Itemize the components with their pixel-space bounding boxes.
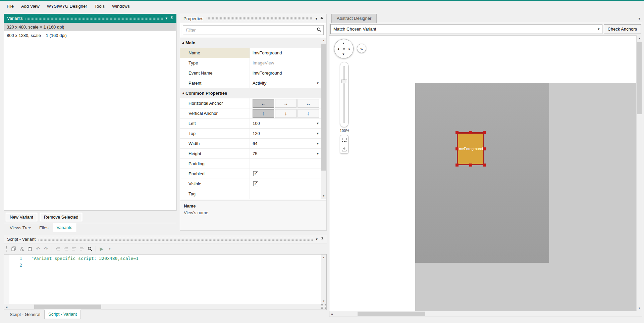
uncomment-icon[interactable] xyxy=(78,245,86,253)
indent-icon[interactable] xyxy=(62,245,70,253)
resize-handle-top-right[interactable] xyxy=(483,131,486,134)
resize-handle-bottom-right[interactable] xyxy=(483,164,486,167)
pin-icon[interactable] xyxy=(320,16,324,21)
pin-icon[interactable] xyxy=(170,16,174,20)
anchor-both-horizontal-button[interactable]: ↔ xyxy=(298,99,319,108)
menu-add-view[interactable]: Add View xyxy=(17,2,43,10)
tab-variants[interactable]: Variants xyxy=(53,223,76,232)
chevron-down-icon[interactable]: ▾ xyxy=(317,121,319,126)
scrollbar-thumb[interactable] xyxy=(321,44,326,171)
resize-handle-middle-right[interactable] xyxy=(483,147,486,150)
redo-icon[interactable]: ↷ xyxy=(42,245,50,253)
outdent-icon[interactable] xyxy=(54,245,62,253)
variant-item[interactable]: 800 x 1280, scale = 1 (160 dpi) xyxy=(4,31,176,40)
comment-icon[interactable] xyxy=(70,245,78,253)
chevron-down-icon[interactable]: ▾ xyxy=(316,237,318,241)
scroll-down-icon[interactable]: ▾ xyxy=(321,193,326,199)
tab-abstract-designer[interactable]: Abstract Designer xyxy=(331,14,377,23)
pin-icon[interactable] xyxy=(320,237,324,241)
new-variant-button[interactable]: New Variant xyxy=(6,213,37,221)
collapse-tools-button[interactable]: « xyxy=(357,44,366,53)
anchor-right-button[interactable]: → xyxy=(275,99,297,108)
property-value-field[interactable]: imvForeground xyxy=(250,48,321,58)
tab-files[interactable]: Files xyxy=(35,223,52,232)
chevron-down-icon[interactable]: ▾ xyxy=(317,81,319,85)
chevron-down-icon[interactable]: ▾ xyxy=(638,16,640,21)
designer-canvas[interactable]: imvForeground ▴ ▾ ◂ ▸ xyxy=(329,35,636,311)
scrollbar-thumb[interactable] xyxy=(637,42,642,114)
pan-right-icon[interactable]: ▸ xyxy=(348,47,351,51)
chevron-down-icon[interactable]: ▾ xyxy=(317,151,319,156)
search-icon[interactable] xyxy=(317,27,322,32)
scroll-right-icon[interactable]: ▸ xyxy=(4,304,9,310)
expander-icon[interactable]: ◢ xyxy=(180,92,185,95)
resize-handle-bottom-left[interactable] xyxy=(455,164,459,167)
anchor-left-button[interactable]: ← xyxy=(253,99,274,108)
remove-selected-button[interactable]: Remove Selected xyxy=(40,213,83,221)
export-view-button[interactable] xyxy=(340,145,348,153)
scrollbar-thumb[interactable] xyxy=(358,312,425,316)
tab-script-variant[interactable]: Script - Variant xyxy=(44,310,81,319)
anchor-both-vertical-button[interactable]: ↕ xyxy=(298,109,319,118)
search-icon[interactable] xyxy=(86,245,94,253)
variant-item[interactable]: 320 x 480, scale = 1 (160 dpi) xyxy=(4,23,176,31)
menu-file[interactable]: File xyxy=(3,2,17,10)
variant-selector-combo[interactable]: Match Chosen Variant ▾ xyxy=(330,24,602,34)
scroll-up-icon[interactable]: ▴ xyxy=(637,35,642,41)
pan-center-dot[interactable] xyxy=(343,48,345,50)
scroll-right-icon[interactable]: ▸ xyxy=(329,311,335,317)
anchor-top-button[interactable]: ↑ xyxy=(253,109,274,118)
scroll-up-icon[interactable]: ▴ xyxy=(321,255,326,260)
menu-windows[interactable]: Windows xyxy=(108,2,133,10)
anchor-bottom-button[interactable]: ↓ xyxy=(275,109,297,118)
zoom-slider-thumb[interactable] xyxy=(341,80,347,83)
pan-up-icon[interactable]: ▴ xyxy=(342,41,344,45)
resize-grip[interactable] xyxy=(321,304,326,310)
property-value-dropdown[interactable]: Activity ▾ xyxy=(250,78,321,88)
tab-views-tree[interactable]: Views Tree xyxy=(6,223,35,232)
paste-icon[interactable] xyxy=(26,245,34,253)
expander-icon[interactable]: ◢ xyxy=(180,41,185,44)
chevron-down-icon[interactable]: ▾ xyxy=(165,16,167,20)
zoom-slider-track[interactable] xyxy=(343,66,345,123)
property-value-field[interactable] xyxy=(250,189,321,199)
filter-input[interactable] xyxy=(183,25,324,35)
chevron-down-icon[interactable]: ▾ xyxy=(317,141,319,146)
resize-handle-bottom-center[interactable] xyxy=(469,164,472,167)
menu-wysiwyg-designer[interactable]: WYSIWYG Designer xyxy=(43,2,91,10)
check-anchors-button[interactable]: Check Anchors xyxy=(604,24,641,34)
scroll-down-icon[interactable]: ▾ xyxy=(637,305,642,311)
tab-script-general[interactable]: Script - General xyxy=(6,310,44,319)
property-value-dropdown[interactable]: 75 ▾ xyxy=(250,149,321,158)
pan-left-icon[interactable]: ◂ xyxy=(337,47,339,51)
visible-checkbox[interactable] xyxy=(253,181,258,186)
property-value-dropdown[interactable]: 100 ▾ xyxy=(250,119,321,128)
toolbar-overflow-icon[interactable]: ▾ xyxy=(106,245,114,253)
resize-handle-middle-left[interactable] xyxy=(455,147,459,150)
selected-view[interactable]: imvForeground xyxy=(457,132,484,165)
scroll-up-icon[interactable]: ▴ xyxy=(321,38,326,43)
menu-tools[interactable]: Tools xyxy=(91,2,108,10)
property-value-dropdown[interactable]: 120 ▾ xyxy=(250,129,321,138)
category-row-main[interactable]: ◢ Main xyxy=(180,38,321,48)
toolbar-grip[interactable] xyxy=(6,246,7,251)
resize-handle-top-left[interactable] xyxy=(455,131,459,134)
enabled-checkbox[interactable] xyxy=(253,171,258,176)
pan-down-icon[interactable]: ▾ xyxy=(342,52,344,56)
cut-icon[interactable] xyxy=(18,245,26,253)
property-value-field[interactable] xyxy=(250,159,321,169)
category-row-common[interactable]: ◢ Common Properties xyxy=(180,88,321,98)
scrollbar-thumb[interactable] xyxy=(34,305,101,309)
run-icon[interactable]: ▶ xyxy=(98,245,106,253)
copy-icon[interactable] xyxy=(10,245,18,253)
undo-icon[interactable]: ↶ xyxy=(34,245,42,253)
property-value-dropdown[interactable]: 64 ▾ xyxy=(250,139,321,148)
scroll-down-icon[interactable]: ▾ xyxy=(321,298,326,304)
code-editor[interactable]: 1 'Variant specific script: 320x480,scal… xyxy=(4,254,327,310)
chevron-down-icon[interactable]: ▾ xyxy=(317,131,319,136)
variant-screen-area[interactable] xyxy=(415,83,549,263)
resize-handle-top-center[interactable] xyxy=(469,131,472,134)
selection-box-button[interactable] xyxy=(340,136,348,144)
chevron-down-icon[interactable]: ▾ xyxy=(315,17,317,20)
property-value-field[interactable]: imvForeground xyxy=(250,68,321,78)
